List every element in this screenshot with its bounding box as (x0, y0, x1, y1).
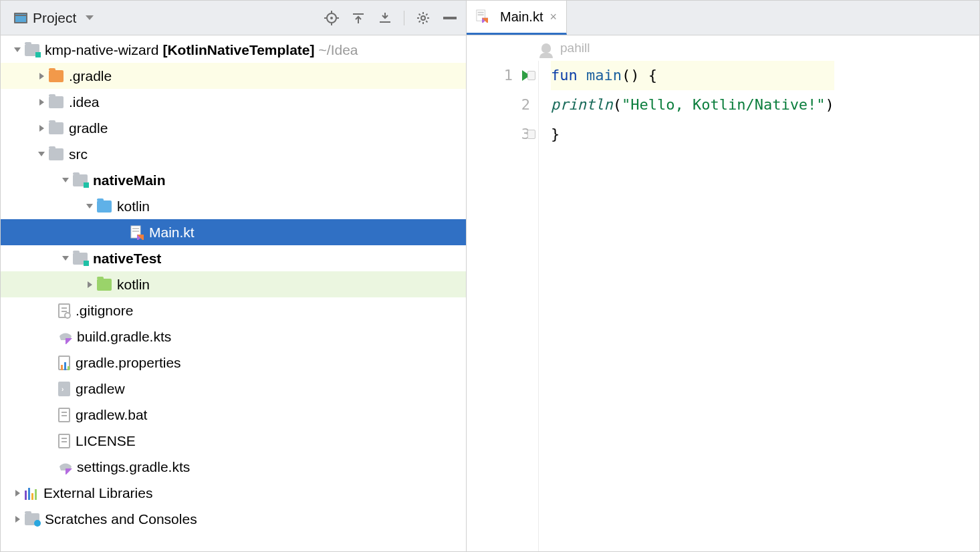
tree-item-label: .idea (69, 94, 100, 110)
tree-item-label: gradlew (76, 381, 125, 397)
gradle-kts-icon (58, 329, 72, 344)
file-icon (58, 434, 70, 448)
tree-item-label: .gitignore (76, 303, 133, 319)
project-panel-toolbar (324, 10, 458, 26)
tree-item-label: src (69, 146, 88, 162)
hide-panel-icon[interactable] (442, 10, 458, 26)
tree-item-label: nativeTest (93, 251, 161, 267)
file-icon (58, 303, 70, 318)
svg-rect-13 (132, 228, 139, 229)
tree-item-gradle[interactable]: gradle (1, 115, 466, 141)
settings-icon[interactable] (415, 10, 431, 26)
project-view-icon (14, 13, 27, 23)
file-icon (58, 408, 70, 422)
svg-rect-20 (478, 12, 484, 13)
tree-item-nativeTest[interactable]: nativeTest (1, 245, 466, 271)
properties-file-icon (58, 356, 70, 370)
tree-item-label: build.gradle.kts (77, 329, 171, 345)
code-lines[interactable]: fun main() { println("Hello, Kotlin/Nati… (539, 61, 834, 551)
tree-item-main-kt[interactable]: Main.kt (1, 219, 466, 245)
arrow-right-icon (15, 490, 20, 497)
tree-root[interactable]: kmp-native-wizard [KotlinNativeTemplate]… (1, 37, 466, 63)
tree-item-kotlin-test[interactable]: kotlin (1, 271, 466, 297)
tree-item-license[interactable]: LICENSE (1, 428, 466, 454)
scratches-icon (25, 513, 39, 525)
tree-item-label: External Libraries (43, 485, 152, 501)
tree-item-gradlew[interactable]: › gradlew (1, 376, 466, 402)
tree-item-scratches[interactable]: Scratches and Consoles (1, 506, 466, 532)
tree-item-label: LICENSE (76, 433, 136, 449)
tree-item-label: Main.kt (149, 225, 195, 241)
tree-item-gradle-dot[interactable]: .gradle (1, 63, 466, 89)
line-number: 1 (504, 61, 513, 90)
arrow-right-icon (39, 99, 44, 106)
tree-item-idea[interactable]: .idea (1, 89, 466, 115)
arrow-down-icon (62, 178, 69, 182)
editor-tab-main-kt[interactable]: Main.kt × (467, 1, 567, 35)
close-icon[interactable]: × (549, 10, 557, 24)
project-view-label: Project (33, 10, 76, 26)
tree-item-settings-gradle[interactable]: settings.gradle.kts (1, 454, 466, 480)
tree-item-kotlin-main[interactable]: kotlin (1, 193, 466, 219)
kotlin-file-icon (476, 9, 489, 24)
svg-rect-14 (132, 231, 139, 232)
expand-all-icon[interactable] (350, 10, 366, 26)
collapse-all-icon[interactable] (377, 10, 393, 26)
tree-item-build-gradle[interactable]: build.gradle.kts (1, 323, 466, 350)
tree-item-label: gradle.properties (76, 355, 181, 371)
line-number: 2 (521, 90, 530, 120)
folder-icon (49, 148, 64, 160)
fold-icon[interactable] (527, 71, 535, 80)
arrow-down-icon (14, 47, 21, 52)
author-name: pahill (560, 41, 590, 55)
fold-icon[interactable] (527, 130, 535, 139)
tree-item-external-libs[interactable]: External Libraries (1, 480, 466, 506)
code-line[interactable]: fun main() { (551, 61, 834, 90)
kotlin-file-icon (130, 225, 144, 240)
module-icon (73, 174, 88, 186)
libraries-icon (25, 487, 38, 500)
locate-icon[interactable] (324, 10, 340, 26)
source-folder-icon (97, 200, 112, 213)
module-icon (25, 44, 39, 56)
tree-item-label: settings.gradle.kts (77, 459, 190, 475)
folder-icon (49, 70, 64, 82)
project-view-selector[interactable]: Project (9, 7, 99, 29)
author-annotation: pahill (467, 35, 979, 61)
root-module: [KotlinNativeTemplate] (162, 42, 314, 58)
tree-item-label: nativeMain (93, 172, 166, 188)
arrow-right-icon (39, 125, 44, 132)
root-path: ~/Idea (319, 42, 358, 58)
tree-item-gradlew-bat[interactable]: gradlew.bat (1, 402, 466, 428)
svg-rect-21 (478, 14, 484, 15)
editor-area: Main.kt × pahill 1 2 3 fun main() { prin… (467, 1, 979, 551)
code-line[interactable]: println("Hello, Kotlin/Native!") (551, 90, 834, 120)
shell-file-icon: › (58, 382, 70, 396)
code-editor[interactable]: 1 2 3 fun main() { println("Hello, Kotli… (467, 61, 979, 551)
tree-item-label: gradle (69, 120, 108, 136)
arrow-down-icon (38, 152, 45, 156)
code-line[interactable]: } (551, 120, 834, 149)
arrow-right-icon (39, 73, 44, 80)
gradle-kts-icon (58, 460, 72, 474)
arrow-down-icon (86, 204, 93, 209)
editor-tab-bar: Main.kt × (467, 1, 979, 35)
module-icon (73, 253, 88, 265)
project-panel-header: Project (1, 1, 466, 35)
project-tree[interactable]: kmp-native-wizard [KotlinNativeTemplate]… (1, 35, 466, 551)
arrow-right-icon (88, 281, 92, 288)
tree-item-gradle-props[interactable]: gradle.properties (1, 350, 466, 376)
tree-item-src[interactable]: src (1, 141, 466, 167)
root-name: kmp-native-wizard (45, 42, 158, 58)
arrow-down-icon (62, 256, 69, 261)
tree-item-label: .gradle (69, 68, 112, 84)
tree-item-nativeMain[interactable]: nativeMain (1, 167, 466, 193)
editor-gutter[interactable]: 1 2 3 (467, 61, 539, 551)
editor-tab-label: Main.kt (500, 9, 543, 25)
tree-item-gitignore[interactable]: .gitignore (1, 297, 466, 323)
svg-marker-17 (66, 338, 72, 344)
chevron-down-icon (86, 15, 94, 20)
author-icon (541, 43, 551, 53)
svg-point-10 (421, 16, 425, 20)
tree-item-label: kotlin (117, 277, 150, 293)
